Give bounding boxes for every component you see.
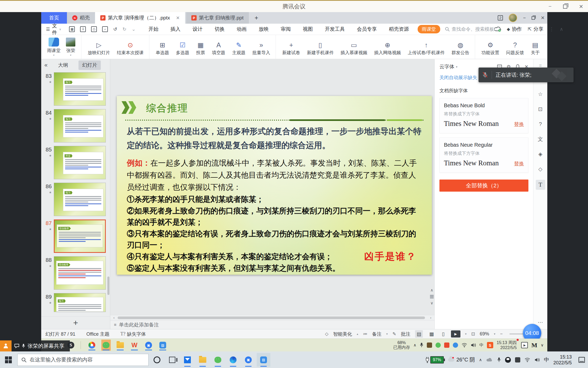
slide-preview[interactable]: 综合推理 <box>54 256 106 290</box>
menu-item[interactable]: 开发工具 <box>319 26 351 33</box>
wps-close-icon[interactable]: ✕ <box>541 15 545 21</box>
slide-sorter-view-icon[interactable]: ▦ <box>428 330 435 338</box>
thumbnail-scrollbar[interactable] <box>107 277 109 295</box>
minimize-icon[interactable]: − <box>549 3 552 9</box>
notes-bar[interactable]: ≡ 单击此处添加备注 <box>110 320 434 329</box>
tray-wps-icon[interactable] <box>444 343 449 348</box>
remote-album-icon[interactable]: ▨ <box>158 340 167 351</box>
remote-clock[interactable]: 15:13 周四 2022/5/5 <box>497 340 518 350</box>
mail-icon[interactable] <box>181 353 194 367</box>
effects-star-icon[interactable]: ☆ <box>536 90 545 98</box>
ime-indicator[interactable]: 中 <box>544 356 549 363</box>
ribbon-button[interactable]: ▯ 新建手机课件 <box>303 35 337 59</box>
meeting-app-icon[interactable]: ▣ <box>242 353 255 367</box>
slide-preview[interactable]: 练习 <box>54 72 106 106</box>
translate-icon[interactable]: 文 <box>536 135 545 143</box>
ribbon-button[interactable]: ? 问题反馈 <box>503 35 527 59</box>
cortana-icon[interactable] <box>150 353 164 367</box>
file-menu[interactable]: ☰ 文件 ∨ <box>46 22 61 36</box>
cloud-font-tool-icon[interactable]: T <box>536 180 545 190</box>
replace-link[interactable]: 替换 <box>514 160 524 167</box>
tab-outline[interactable]: 大纲 <box>54 60 72 70</box>
slide-thumbnail[interactable]: 88 ★ 综合推理 <box>43 256 110 290</box>
qq-icon[interactable] <box>505 357 511 363</box>
speaker-icon[interactable] <box>471 343 476 347</box>
wechat-icon[interactable] <box>211 353 225 367</box>
menu-item[interactable]: 放映 <box>253 26 275 33</box>
menu-item[interactable]: 切换 <box>209 26 231 33</box>
cloud-sync-icon[interactable] <box>494 27 501 32</box>
tab-docer[interactable]: ❧ 稻壳 <box>67 12 95 24</box>
hide-taskbar-icon[interactable]: ∨ <box>541 343 544 347</box>
prev-slide-icon[interactable]: ∧ <box>430 288 433 293</box>
slide-preview[interactable]: 练习 <box>54 183 106 216</box>
slide-preview[interactable]: 作业 <box>54 146 106 179</box>
slide-thumbnail[interactable]: 87 ★ 综合推理 <box>43 219 110 253</box>
horizontal-scrollbar[interactable]: ‹ › <box>110 315 434 320</box>
share-mic-icon[interactable] <box>22 344 25 348</box>
slide-preview[interactable]: 综合推理 <box>54 219 106 253</box>
add-slide-button[interactable]: + <box>41 316 110 329</box>
window-arrange-icon[interactable]: 2 <box>498 15 503 21</box>
menu-item[interactable]: 稻壳资源 <box>383 26 415 33</box>
menu-item[interactable]: 动画 <box>231 26 253 33</box>
tab-slides[interactable]: 幻灯片 <box>78 60 101 70</box>
wifi-icon[interactable] <box>461 343 467 347</box>
ime-indicator[interactable]: 中 <box>479 343 484 348</box>
ribbon-button[interactable]: ▭ 插入慕课视频 <box>337 35 371 59</box>
wps-minimize-icon[interactable]: − <box>523 15 526 21</box>
scroll-right-icon[interactable]: › <box>429 316 433 320</box>
start-button[interactable] <box>3 356 14 363</box>
ribbon-button[interactable]: ↑ 上传试卷/手机课件 <box>404 35 448 59</box>
more-tools-icon[interactable]: ⋯ <box>538 319 543 325</box>
tray-expand-icon[interactable]: ∧ <box>479 357 482 362</box>
ribbon-button[interactable]: ⊞ 单选题 <box>149 35 172 59</box>
menu-item[interactable]: 插入 <box>165 26 187 33</box>
collapse-panel-icon[interactable]: « <box>44 62 48 69</box>
comments-toggle[interactable]: 批注 <box>401 331 410 337</box>
restore-icon[interactable] <box>563 4 567 9</box>
ribbon-button[interactable]: ▦ 投票 <box>193 35 208 59</box>
scrollbar-thumb[interactable] <box>118 316 425 319</box>
panel-title[interactable]: 云字体 <box>439 63 454 70</box>
scroll-handle-icon[interactable] <box>430 296 434 297</box>
menu-item[interactable]: 设计 <box>187 26 209 33</box>
ribbon-button[interactable]: ⊕ 插入网络视频 <box>371 35 404 59</box>
ribbon-teacher-button[interactable]: 张荣 ▾ <box>62 38 79 57</box>
mic-tray-icon[interactable] <box>497 357 501 362</box>
zoom-level[interactable]: 69% <box>480 331 489 337</box>
taskbar-search-input[interactable]: 在这里输入你要搜索的内容 <box>17 354 149 366</box>
command-search-input[interactable]: 查找命令、搜索模板 <box>445 26 494 32</box>
tab-document-active[interactable]: P 第六章 演绎推理（二）.pptx ✕ <box>95 12 185 24</box>
m-logo-icon[interactable]: M <box>531 342 537 349</box>
slide-canvas[interactable]: 综合推理 从若干已知的前提出发，运用多种形式的复合命题推理，一步一步地推导出某个… <box>117 96 432 275</box>
slide-thumbnail[interactable]: 83 ★ 练习 <box>43 72 110 106</box>
action-center-icon[interactable] <box>579 357 585 363</box>
collapse-ribbon-icon[interactable]: ∧ <box>560 26 563 32</box>
tab-close-icon[interactable]: ✕ <box>176 15 180 21</box>
mic-tray-icon[interactable] <box>420 343 423 348</box>
clock[interactable]: 15:13 2022/5/5 <box>553 354 572 366</box>
print-preview-icon[interactable]: ⌕ <box>102 26 108 32</box>
resource-box-icon[interactable]: ◇ <box>536 165 545 173</box>
ribbon-button[interactable]: ◍ 群发公告 <box>448 35 473 59</box>
tray-app-icon[interactable] <box>427 343 432 348</box>
ribbon-button[interactable]: ▤ 关于 <box>527 35 543 59</box>
sogou-ime-icon[interactable]: S <box>487 342 493 348</box>
chat-icon[interactable] <box>14 344 19 348</box>
file-explorer-icon[interactable] <box>196 353 209 367</box>
tab-home[interactable]: 首页 <box>41 12 67 24</box>
share-person-icon[interactable] <box>0 340 12 351</box>
device-icon[interactable] <box>515 357 520 362</box>
menu-rain-classroom[interactable]: 雨课堂 <box>418 25 440 33</box>
missing-fonts-status[interactable]: 缺失字体 <box>127 331 146 337</box>
ribbon-button[interactable]: ⊙ 结束本次授课 <box>113 35 147 59</box>
menu-item[interactable]: 会员专享 <box>351 26 383 33</box>
ribbon-button[interactable]: ▷ 放映幻灯片 <box>81 35 113 59</box>
redo-icon[interactable]: ↻ <box>122 26 126 32</box>
menu-item[interactable]: 开始 <box>143 26 165 33</box>
slide-thumbnail[interactable]: 84 ★ 练习 <box>43 109 110 142</box>
help-icon[interactable]: ? <box>536 120 545 128</box>
collaborate-button[interactable]: ⬥ 协作 <box>507 26 522 33</box>
slide-thumbnail[interactable]: 85 ★ 作业 <box>43 146 110 179</box>
